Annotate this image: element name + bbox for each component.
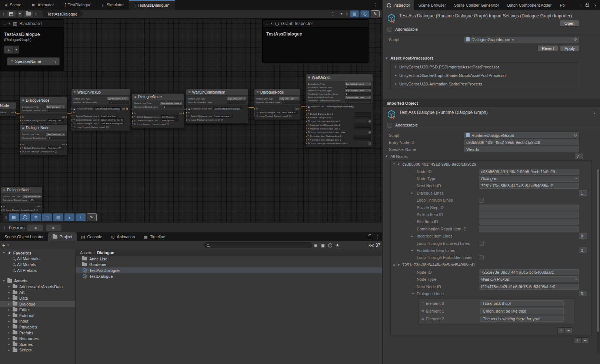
input-port[interactable] [254, 108, 255, 110]
loop-checkbox[interactable]: ✓ [36, 209, 38, 211]
dialogue-line-field[interactable]: I said pick it up! [100, 115, 117, 118]
reorder-handle-icon[interactable]: = [393, 162, 395, 166]
create-asset-button[interactable]: + [2, 242, 5, 248]
reorder-handle-icon[interactable]: = [421, 317, 423, 321]
property-field[interactable]: 7251e73e-38d3-44ff-a8c5-bcf54088aaf1 [479, 269, 579, 275]
element-value-field[interactable]: Cmon, don't be like this! [480, 308, 564, 314]
panel-drag-handle[interactable]: = [3, 21, 6, 26]
dialogue-node-3[interactable]: ≡DialogueNode Default Line TypeSay Multi… [132, 93, 184, 128]
output-port[interactable] [41, 206, 42, 208]
port[interactable] [254, 115, 255, 117]
contrast-button[interactable]: ◗ [64, 213, 74, 221]
tree-folder-item[interactable]: ▸Input [0, 318, 75, 324]
count-field[interactable]: 2 [345, 99, 371, 102]
array-size-field[interactable]: 1 [579, 190, 587, 196]
window-button[interactable]: □ [42, 213, 52, 221]
dialogue-line-field[interactable]: Ohhhh yea... [161, 115, 178, 118]
port[interactable] [186, 119, 187, 121]
expand-variable-icon[interactable]: ‹ [54, 59, 56, 64]
property-dropdown[interactable]: Wait On Pickup▾ [479, 276, 579, 282]
tab-overflow-menu-icon[interactable]: ⋮ [370, 0, 382, 10]
reorder-handle-icon[interactable]: = [421, 309, 423, 313]
wait-on-pickup-node[interactable]: ≡WaitOnPickup Default Line TypeSay Multi… [71, 89, 131, 131]
window-tab[interactable]: ʃ TestDialogue [60, 0, 97, 10]
inspector-menu-icon[interactable]: ⋮ [593, 3, 598, 8]
property-checkbox[interactable] [479, 241, 484, 246]
panel-drag-handle[interactable]: = [266, 21, 268, 26]
bottom-tab[interactable]: Project [48, 232, 77, 241]
script-object-field[interactable]: DialogueGraphImporter⊙ [464, 37, 579, 43]
node-entry-header[interactable]: =▼c93b5606-401f-49a2-99b5-9ecbf1fa9c29 [391, 161, 591, 168]
property-field[interactable] [479, 212, 579, 218]
blackboard-button[interactable]: ▥ [53, 213, 63, 221]
dialogue-line-field[interactable]: Nice, that's it! [281, 111, 298, 114]
expand-arrow-icon[interactable]: ▼ [2, 251, 6, 255]
show-in-project-button[interactable] [24, 10, 33, 17]
count-field[interactable]: -55 [29, 199, 42, 202]
object-menu-icon[interactable]: ⋮ [592, 111, 597, 116]
wait-on-slot-node[interactable]: ≡WaitOnSlot Default Line TypeSay Multipl… [306, 74, 373, 147]
inspector-tab[interactable]: i Batch Component Adder [503, 0, 556, 10]
port[interactable] [306, 128, 307, 130]
window-tab[interactable]: ʃ TestAssDialogue* [129, 0, 175, 10]
save-graph-button[interactable] [7, 10, 16, 17]
dialogue-line-field[interactable]: The ass is waiting there for you! [100, 122, 124, 125]
expand-arrow-icon[interactable]: ▸ [7, 331, 11, 334]
toggle-graph-inspector-button[interactable]: i [360, 10, 369, 17]
add-node-button[interactable]: + [574, 337, 581, 343]
dialogue-line-field[interactable] [354, 124, 371, 127]
port[interactable] [186, 108, 187, 110]
port[interactable] [306, 121, 307, 122]
wait-on-combination-node[interactable]: ≡WaitOnCombination Default Line TypeSay … [186, 89, 249, 124]
expand-arrow-icon[interactable]: ▸ [7, 325, 11, 328]
bottom-tab[interactable]: ▦ Timeline [139, 232, 170, 241]
foldout-arrow-icon[interactable]: ▸ [411, 249, 413, 252]
add-variable-button[interactable]: + [4, 46, 14, 54]
search-by-label-icon[interactable]: ▣ [321, 243, 324, 248]
dialogue-node-2[interactable]: ≡DialogueNode Default Line TypeSay One L… [20, 124, 67, 155]
line-type-dropdown[interactable]: Say One Line▾ [279, 97, 299, 100]
port[interactable] [306, 139, 307, 141]
open-button[interactable]: Open [560, 20, 579, 27]
dialogue-line-field[interactable]: I need my meat :( [213, 115, 233, 118]
output-port[interactable] [15, 112, 16, 114]
port[interactable] [71, 108, 72, 110]
property-field[interactable]: c93b5606-401f-49a2-99b5-9ecbf1fa9c29 [479, 169, 579, 175]
property-checkbox[interactable] [479, 255, 484, 260]
node-entry-header[interactable]: =▼7251e73e-38d3-44ff-a8c5-bcf54088aaf1 [391, 261, 591, 269]
dialogue-line-field[interactable]: Psst boy... W [47, 119, 64, 122]
tree-folder-item[interactable]: ▸AddressableAssetsData [0, 284, 75, 290]
dialogue-line-field[interactable] [354, 135, 371, 138]
breadcrumb-current[interactable]: Dialogue [97, 250, 114, 255]
previous-error-button[interactable]: ◀ [27, 225, 43, 231]
line-type-dropdown[interactable]: Say Multiple Lines▾ [160, 102, 182, 105]
inspector-tab[interactable]: i Inspector [383, 0, 414, 10]
expand-arrow-icon[interactable]: ▼ [2, 279, 6, 283]
expand-arrow-icon[interactable]: ▸ [7, 337, 11, 340]
foldout-arrow-icon[interactable]: ▼ [411, 292, 414, 295]
count-field[interactable]: 1 [48, 109, 67, 112]
expand-arrow-icon[interactable]: ▸ [7, 343, 11, 346]
property-field[interactable]: f22a475e-4c2f-41c6-9b73-6a83498abfe0 [479, 284, 579, 290]
port[interactable] [71, 123, 72, 125]
expand-arrow-icon[interactable]: ▸ [7, 314, 11, 317]
postprocessor-item[interactable]: ▸UnityEditor.U2D.PSD.PSDImporterAssetPos… [391, 63, 579, 71]
port[interactable] [1, 209, 2, 211]
line-type-dropdown[interactable]: Say Multiple Lines▾ [345, 96, 371, 99]
array-size-field[interactable]: 3 [579, 291, 587, 296]
tools-button[interactable]: ⚙ [31, 213, 41, 221]
window-tab[interactable]: ▯ Simulator [97, 0, 130, 10]
element-value-field[interactable]: The ass is waiting there for you! [480, 316, 564, 322]
foldout-arrow-icon[interactable]: ▸ [411, 235, 413, 238]
input-port[interactable] [20, 116, 21, 118]
blackboard-variable[interactable]: “SpeakerName‹ [7, 57, 60, 65]
graph-breadcrumb[interactable]: TestAssDialogue [43, 10, 83, 17]
graph-options-dropdown[interactable]: ▼ [339, 10, 344, 17]
loop-checkbox[interactable]: ✓ [221, 119, 223, 121]
expand-arrow-icon[interactable]: ▸ [7, 348, 11, 352]
project-file-row[interactable]: {} TestAssDialogue [76, 267, 382, 273]
edit-graph-button[interactable]: ✎ [371, 10, 380, 17]
edit-button[interactable]: ✎ [87, 213, 97, 221]
loop-checkbox[interactable] [167, 123, 169, 125]
property-field[interactable] [479, 205, 579, 210]
